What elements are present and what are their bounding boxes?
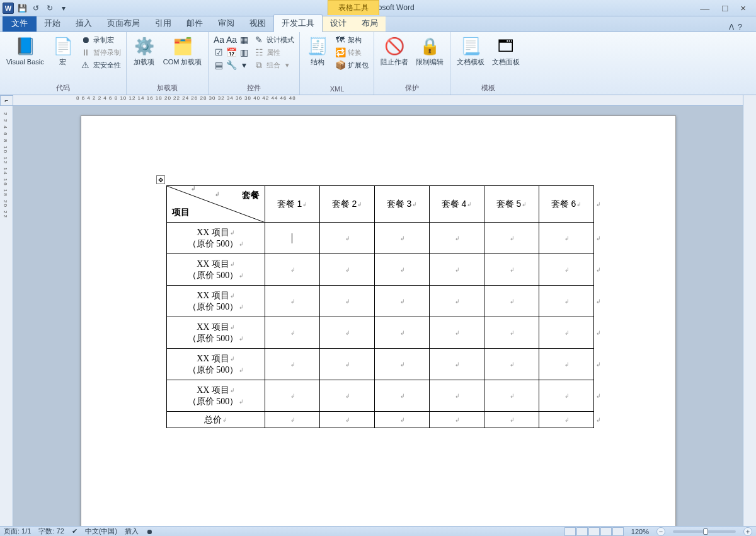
row-header[interactable]: XX 项目↲（原价 500）↲ <box>166 286 265 317</box>
properties-button[interactable]: ☷属性 <box>253 47 295 58</box>
table-cell[interactable]: ↲↲ <box>539 349 593 380</box>
table-cell[interactable]: ↲ <box>484 349 539 380</box>
vertical-ruler[interactable]: 2 2 4 6 8 10 12 14 16 18 20 22 <box>0 106 13 526</box>
close-button[interactable]: × <box>740 3 746 13</box>
table-cell[interactable]: ↲↲ <box>539 223 593 254</box>
table-cell[interactable] <box>265 223 319 254</box>
save-icon[interactable]: 💾 <box>16 3 28 14</box>
table-cell[interactable]: ↲↲ <box>539 286 593 317</box>
col-header-1[interactable]: 套餐 1↲ <box>265 186 319 223</box>
table-cell[interactable]: ↲ <box>429 254 484 286</box>
table-cell[interactable]: ↲ <box>374 223 429 254</box>
undo-icon[interactable]: ↺ <box>30 3 42 14</box>
table-cell[interactable]: ↲ <box>319 380 374 412</box>
table-cell[interactable]: ↲ <box>319 349 374 380</box>
design-mode-button[interactable]: ✎设计模式 <box>253 34 295 45</box>
zoom-out-button[interactable]: − <box>656 527 665 536</box>
table-cell[interactable]: ↲↲ <box>539 380 593 412</box>
table-cell[interactable]: ↲ <box>374 412 429 428</box>
table-move-handle[interactable]: ✥ <box>156 175 165 184</box>
table-cell[interactable]: ↲↲ <box>539 317 593 349</box>
spellcheck-icon[interactable]: ✔ <box>72 527 77 535</box>
table-cell[interactable]: ↲ <box>374 317 429 349</box>
table-cell[interactable]: ↲ <box>484 223 539 254</box>
structure-button[interactable]: 🧾结构 <box>304 34 331 67</box>
macros-button[interactable]: 📄 宏 <box>49 34 77 67</box>
doc-panel-button[interactable]: 🗔文档面板 <box>490 34 522 67</box>
total-row-header[interactable]: 总价↲ <box>166 412 265 428</box>
macro-security-button[interactable]: ⚠宏安全性 <box>79 59 122 71</box>
table-cell[interactable]: ↲ <box>265 412 319 428</box>
table-cell[interactable]: ↲ <box>265 254 319 286</box>
tab-file[interactable]: 文件 <box>3 15 37 32</box>
help-icon[interactable]: ? <box>738 23 742 32</box>
word-app-icon[interactable]: W <box>3 3 14 14</box>
table-cell[interactable]: ↲ <box>484 317 539 349</box>
com-addins-button[interactable]: 🗂️COM 加载项 <box>161 34 205 67</box>
table-cell[interactable]: ↲ <box>429 286 484 317</box>
row-header[interactable]: XX 项目↲（原价 500）↲ <box>166 349 265 380</box>
table-cell[interactable]: ↲ <box>265 317 319 349</box>
content-control-row2[interactable]: ☑📅▥ <box>212 47 250 58</box>
pause-recording-button[interactable]: ⏸暂停录制 <box>79 47 122 58</box>
document-page[interactable]: ✥ 套餐↲ 项目↲ 套餐 1↲ 套餐 2↲ 套餐 3↲ 套餐 4↲ 套餐 5↲ <box>81 115 676 526</box>
table-cell[interactable]: ↲ <box>319 412 374 428</box>
minimize-button[interactable]: — <box>700 3 709 13</box>
tab-selector[interactable]: ⌐ <box>0 95 13 106</box>
tab-review[interactable]: 审阅 <box>210 15 242 32</box>
row-header[interactable]: XX 项目↲（原价 500）↲ <box>166 317 265 349</box>
table-cell[interactable]: ↲ <box>265 380 319 412</box>
group-controls-button[interactable]: ⧉组合 ▾ <box>253 59 295 71</box>
tab-table-layout[interactable]: 布局 <box>354 15 386 32</box>
document-table[interactable]: ✥ 套餐↲ 项目↲ 套餐 1↲ 套餐 2↲ 套餐 3↲ 套餐 4↲ 套餐 5↲ <box>166 185 594 428</box>
table-cell[interactable]: ↲ <box>265 286 319 317</box>
macro-status-icon[interactable]: ⏺ <box>146 528 153 535</box>
block-authors-button[interactable]: 🚫阻止作者 <box>378 34 411 67</box>
table-cell[interactable]: ↲ <box>374 254 429 286</box>
tab-references[interactable]: 引用 <box>147 15 179 32</box>
horizontal-ruler[interactable]: 8 6 4 2 2 4 6 8 10 12 14 16 18 20 22 24 … <box>13 95 743 106</box>
language-indicator[interactable]: 中文(中国) <box>85 527 117 536</box>
diagonal-header-cell[interactable]: 套餐↲ 项目↲ <box>166 186 265 223</box>
tab-insert[interactable]: 插入 <box>68 15 100 32</box>
minimize-ribbon-icon[interactable]: ᐱ <box>729 23 734 32</box>
table-cell[interactable]: ↲ <box>429 412 484 428</box>
table-cell[interactable]: ↲ <box>265 349 319 380</box>
maximize-button[interactable]: □ <box>722 3 728 13</box>
redo-icon[interactable]: ↻ <box>44 3 55 14</box>
tab-home[interactable]: 开始 <box>37 15 68 32</box>
expansion-pack-button[interactable]: 📦扩展包 <box>334 59 370 71</box>
content-control-row3[interactable]: ▤🔧▾ <box>212 59 250 71</box>
table-cell[interactable]: ↲ <box>429 317 484 349</box>
table-cell[interactable]: ↲ <box>429 380 484 412</box>
table-cell[interactable]: ↲ <box>319 317 374 349</box>
tab-view[interactable]: 视图 <box>242 15 273 32</box>
restrict-editing-button[interactable]: 🔒限制编辑 <box>413 34 446 67</box>
transform-button[interactable]: 🔁转换 <box>334 47 370 58</box>
view-buttons[interactable] <box>564 527 624 536</box>
table-cell[interactable]: ↲ <box>484 286 539 317</box>
table-cell[interactable]: ↲↲ <box>539 412 593 428</box>
table-cell[interactable]: ↲ <box>319 286 374 317</box>
col-header-4[interactable]: 套餐 4↲ <box>429 186 484 223</box>
table-cell[interactable]: ↲ <box>429 223 484 254</box>
table-cell[interactable]: ↲ <box>374 349 429 380</box>
word-count[interactable]: 字数: 72 <box>38 527 64 536</box>
table-cell[interactable]: ↲ <box>484 412 539 428</box>
record-macro-button[interactable]: ⏺录制宏 <box>79 34 122 45</box>
schema-button[interactable]: 🗺架构 <box>334 34 370 45</box>
table-cell[interactable]: ↲ <box>319 254 374 286</box>
zoom-thumb[interactable] <box>703 528 708 535</box>
table-cell[interactable]: ↲↲ <box>539 254 593 286</box>
table-cell[interactable]: ↲ <box>319 223 374 254</box>
zoom-in-button[interactable]: + <box>743 527 752 536</box>
table-cell[interactable]: ↲ <box>374 286 429 317</box>
col-header-3[interactable]: 套餐 3↲ <box>374 186 429 223</box>
row-header[interactable]: XX 项目↲（原价 500）↲ <box>166 380 265 412</box>
zoom-level[interactable]: 120% <box>631 528 649 535</box>
addins-button[interactable]: ⚙️加载项 <box>130 34 158 67</box>
tab-developer[interactable]: 开发工具 <box>273 15 323 32</box>
col-header-5[interactable]: 套餐 5↲ <box>484 186 539 223</box>
page-indicator[interactable]: 页面: 1/1 <box>4 527 31 536</box>
qat-more-icon[interactable]: ▾ <box>58 3 69 14</box>
